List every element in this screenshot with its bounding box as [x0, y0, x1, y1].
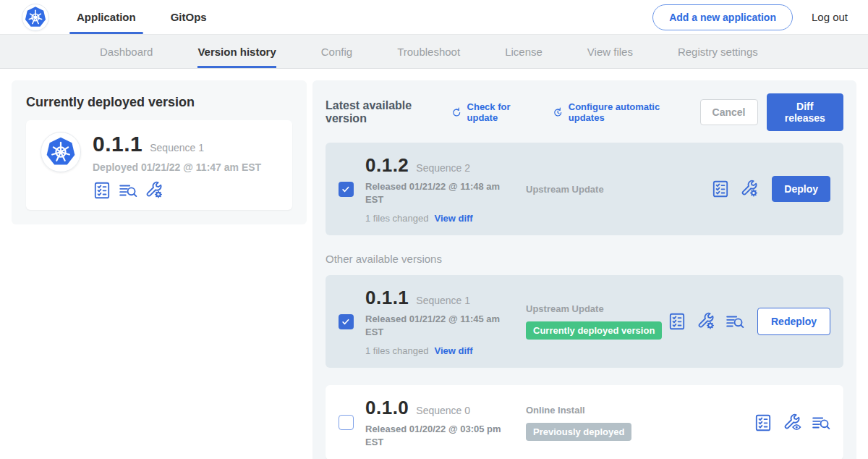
version-row-0-1-2: 0.1.2 Sequence 2 Released 01/21/22 @ 11:… [326, 143, 843, 235]
currently-deployed-card: Currently deployed version 0.1.1 Sequenc… [12, 80, 307, 224]
version-source: Upstream Update Currently deployed versi… [516, 303, 668, 340]
view-diff-link[interactable]: View diff [434, 345, 472, 356]
header-actions: Add a new application Log out [652, 0, 848, 34]
redeploy-button[interactable]: Redeploy [757, 308, 830, 335]
subnav-config[interactable]: Config [321, 35, 352, 68]
latest-version-title: Latest available version [326, 99, 439, 125]
latest-version-header: Latest available version Check for updat… [326, 93, 843, 131]
edit-config-icon[interactable] [697, 312, 715, 331]
kubernetes-logo-icon [24, 6, 47, 29]
version-actions: Deploy [711, 176, 830, 202]
version-number: 0.1.0 [365, 397, 409, 419]
view-files-icon[interactable] [119, 181, 137, 200]
version-sequence: Sequence 2 [416, 162, 470, 174]
edit-config-icon[interactable] [145, 181, 163, 200]
currently-deployed-title: Currently deployed version [26, 95, 292, 110]
subnav-registry-settings[interactable]: Registry settings [678, 35, 758, 68]
cancel-button[interactable]: Cancel [700, 99, 758, 125]
deployed-version-number: 0.1.1 [93, 132, 142, 156]
clock-refresh-icon [552, 106, 563, 119]
version-sequence: Sequence 0 [416, 405, 470, 416]
currently-deployed-badge: Currently deployed version [526, 321, 662, 340]
checkmark-icon [341, 184, 352, 195]
preflight-checks-icon[interactable] [711, 180, 730, 198]
deployed-version-card: 0.1.1 Sequence 1 Deployed 01/21/22 @ 11:… [26, 120, 292, 210]
kubernetes-logo [22, 4, 49, 31]
main-content: Currently deployed version 0.1.1 Sequenc… [0, 69, 868, 459]
deployed-timestamp: Deployed 01/21/22 @ 11:47 am EST [93, 161, 261, 173]
tab-application[interactable]: Application [74, 0, 139, 34]
subnav-license[interactable]: License [505, 35, 542, 68]
view-diff-link[interactable]: View diff [434, 213, 472, 224]
configure-updates-label: Configure automatic updates [569, 101, 681, 123]
released-timestamp: Released 01/21/22 @ 11:48 am EST [365, 180, 501, 206]
source-label: Online Install [526, 405, 754, 416]
files-changed: 1 files changed [365, 213, 428, 224]
version-actions [754, 413, 830, 432]
deployed-version-info: 0.1.1 Sequence 1 Deployed 01/21/22 @ 11:… [93, 132, 261, 200]
edit-config-icon[interactable] [740, 180, 759, 198]
left-column: Currently deployed version 0.1.1 Sequenc… [12, 80, 307, 224]
top-header: Application GitOps Add a new application… [0, 0, 868, 35]
version-history-panel: Latest available version Check for updat… [312, 80, 856, 459]
version-info: 0.1.1 Sequence 1 Released 01/21/22 @ 11:… [365, 287, 516, 356]
subnav-troubleshoot[interactable]: Troubleshoot [397, 35, 460, 68]
version-row-0-1-0: 0.1.0 Sequence 0 Released 01/20/22 @ 03:… [326, 385, 843, 459]
preflight-checks-icon[interactable] [93, 181, 111, 200]
checkmark-icon [341, 316, 352, 327]
subnav-version-history[interactable]: Version history [197, 35, 276, 68]
subnav-view-files[interactable]: View files [587, 35, 633, 68]
subnav-dashboard[interactable]: Dashboard [100, 35, 153, 68]
deployed-sequence: Sequence 1 [150, 142, 204, 153]
previously-deployed-badge: Previously deployed [526, 423, 631, 441]
check-for-update-label: Check for update [467, 101, 534, 123]
version-checkbox[interactable] [339, 182, 354, 197]
right-column: Latest available version Check for updat… [312, 80, 856, 459]
version-checkbox[interactable] [339, 415, 354, 430]
kubernetes-app-icon [45, 136, 77, 168]
app-icon [41, 132, 81, 172]
diff-releases-button[interactable]: Diff releases [767, 93, 843, 131]
files-changed: 1 files changed [365, 345, 428, 356]
add-application-button[interactable]: Add a new application [652, 4, 793, 30]
view-files-icon[interactable] [726, 312, 744, 331]
version-row-0-1-1: 0.1.1 Sequence 1 Released 01/21/22 @ 11:… [326, 275, 843, 368]
version-number: 0.1.1 [365, 287, 409, 309]
released-timestamp: Released 01/20/22 @ 03:05 pm EST [365, 423, 501, 448]
source-label: Upstream Update [526, 184, 711, 195]
deploy-button[interactable]: Deploy [772, 176, 830, 202]
version-actions: Redeploy [668, 308, 830, 335]
version-info: 0.1.2 Sequence 2 Released 01/21/22 @ 11:… [365, 154, 516, 224]
version-source: Upstream Update [516, 184, 711, 195]
configure-updates-link[interactable]: Configure automatic updates [552, 101, 681, 123]
config-view-icon[interactable] [783, 413, 801, 432]
check-for-update-link[interactable]: Check for update [451, 101, 533, 123]
version-source: Online Install Previously deployed [516, 405, 754, 441]
app-subnav: Dashboard Version history Config Trouble… [0, 35, 868, 69]
refresh-icon [451, 106, 462, 119]
logout-button[interactable]: Log out [812, 11, 848, 23]
version-checkbox[interactable] [339, 314, 354, 329]
preflight-checks-icon[interactable] [668, 312, 686, 331]
source-label: Upstream Update [526, 303, 668, 314]
other-versions-title: Other available versions [326, 253, 843, 265]
deployed-actions [93, 181, 261, 200]
released-timestamp: Released 01/21/22 @ 11:45 am EST [365, 313, 501, 338]
preflight-checks-icon[interactable] [754, 413, 773, 432]
tab-gitops[interactable]: GitOps [168, 0, 210, 34]
version-info: 0.1.0 Sequence 0 Released 01/20/22 @ 03:… [365, 397, 516, 448]
version-sequence: Sequence 1 [416, 295, 470, 306]
version-number: 0.1.2 [365, 154, 409, 177]
view-files-icon[interactable] [812, 413, 830, 432]
